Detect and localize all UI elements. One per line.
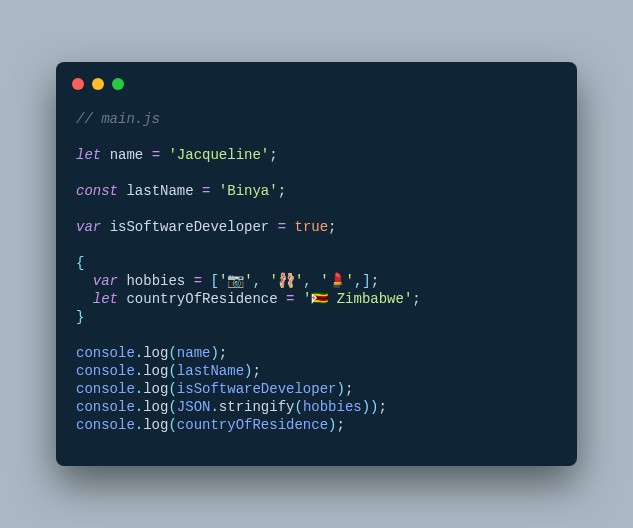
paren-close: ) [210,345,218,361]
ident-console: console [76,417,135,433]
string-jacqueline: 'Jacqueline' [168,147,269,163]
semi: ; [219,345,227,361]
semi: ; [371,273,379,289]
brace-open: { [76,255,84,271]
semi: ; [412,291,420,307]
paren-open: ( [168,417,176,433]
dot: . [135,345,143,361]
method-stringify: stringify [219,399,295,415]
ident-json: JSON [177,399,211,415]
semi: ; [278,183,286,199]
dot: . [135,363,143,379]
string-binya: 'Binya' [219,183,278,199]
keyword-var: var [76,219,101,235]
keyword-let: let [93,291,118,307]
ident-name: name [110,147,144,163]
dot: . [135,399,143,415]
close-icon[interactable] [72,78,84,90]
dot: . [210,399,218,415]
code-window: // main.js let name = 'Jacqueline'; cons… [56,62,577,467]
maximize-icon[interactable] [112,78,124,90]
comma: , [253,273,270,289]
bracket-open: [ [210,273,218,289]
code-block: // main.js let name = 'Jacqueline'; cons… [56,94,577,467]
semi: ; [379,399,387,415]
bracket-close: ] [362,273,370,289]
method-log: log [143,345,168,361]
semi: ; [336,417,344,433]
string-hobby2: '🩰' [270,273,304,289]
op-eq: = [185,273,210,289]
paren-open: ( [168,363,176,379]
ident-country: countryOfResidence [126,291,277,307]
op-eq: = [269,219,294,235]
ident-console: console [76,399,135,415]
keyword-var: var [93,273,118,289]
arg-country: countryOfResidence [177,417,328,433]
arg-hobbies: hobbies [303,399,362,415]
semi: ; [328,219,336,235]
arg-name: name [177,345,211,361]
dot: . [135,417,143,433]
paren-open: ( [168,381,176,397]
string-country: '🇿🇼 Zimbabwe' [303,291,412,307]
op-eq: = [194,183,219,199]
comma: , [303,273,320,289]
string-hobby1: '📷' [219,273,253,289]
arg-lastname: lastName [177,363,244,379]
code-comment: // main.js [76,111,160,127]
minimize-icon[interactable] [92,78,104,90]
keyword-let: let [76,147,101,163]
dot: . [135,381,143,397]
brace-close: } [76,309,84,325]
paren-close: ) [336,381,344,397]
arg-isdev: isSoftwareDeveloper [177,381,337,397]
method-log: log [143,399,168,415]
semi: ; [252,363,260,379]
ident-lastname: lastName [126,183,193,199]
semi: ; [345,381,353,397]
string-hobby3: '💄' [320,273,354,289]
paren-open: ( [294,399,302,415]
semi: ; [269,147,277,163]
op-eq: = [143,147,168,163]
paren-close: ) [370,399,378,415]
ident-console: console [76,381,135,397]
method-log: log [143,417,168,433]
ident-console: console [76,345,135,361]
ident-console: console [76,363,135,379]
method-log: log [143,381,168,397]
ident-isdev: isSoftwareDeveloper [110,219,270,235]
keyword-const: const [76,183,118,199]
paren-open: ( [168,345,176,361]
paren-open: ( [168,399,176,415]
paren-close: ) [362,399,370,415]
titlebar [56,62,577,94]
bool-true: true [294,219,328,235]
op-eq: = [278,291,303,307]
ident-hobbies: hobbies [126,273,185,289]
method-log: log [143,363,168,379]
